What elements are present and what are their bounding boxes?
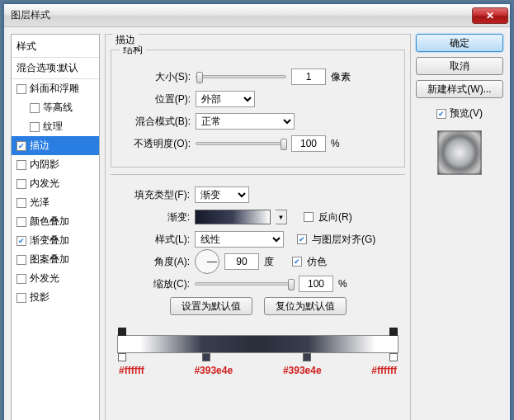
sidebar-blend-default[interactable]: 混合选项:默认 (12, 58, 99, 79)
sidebar-item-1[interactable]: 等高线 (12, 98, 99, 117)
sidebar-item-3[interactable]: ✔描边 (12, 136, 99, 155)
preview-label: 预览(V) (450, 106, 483, 120)
align-label: 与图层对齐(G) (312, 233, 375, 247)
sidebar-checkbox-6[interactable] (17, 198, 26, 208)
angle-dial[interactable] (195, 249, 219, 274)
styles-sidebar: 样式 混合选项:默认 斜面和浮雕等高线纹理✔描边内阴影内发光光泽颜色叠加✔渐变叠… (11, 34, 100, 420)
sidebar-label-11: 投影 (30, 290, 50, 304)
reset-default-button[interactable]: 复位为默认值 (264, 297, 347, 315)
filltype-select[interactable]: 渐变 (195, 186, 249, 203)
angle-label: 角度(A): (119, 255, 190, 269)
sidebar-checkbox-11[interactable] (17, 293, 26, 303)
stop-label-2: #393e4e (194, 365, 233, 376)
gradient-editor: #ffffff #393e4e #393e4e #ffffff (117, 335, 398, 376)
size-slider[interactable] (196, 75, 286, 78)
sidebar-item-9[interactable]: 图案叠加 (12, 250, 99, 269)
color-stop-4[interactable] (389, 353, 398, 361)
reverse-checkbox[interactable] (304, 212, 314, 222)
sidebar-checkbox-9[interactable] (17, 255, 26, 265)
ok-button[interactable]: 确定 (416, 34, 503, 52)
cancel-button[interactable]: 取消 (416, 57, 503, 75)
style-select[interactable]: 线性 (195, 231, 284, 248)
scale-unit: % (338, 278, 347, 290)
sidebar-label-4: 内阴影 (30, 158, 59, 172)
sidebar-label-8: 渐变叠加 (30, 234, 69, 248)
right-panel: 确定 取消 新建样式(W)... ✔ 预览(V) (416, 34, 503, 420)
sidebar-label-2: 纹理 (43, 120, 63, 134)
structure-group: 结构 大小(S): 像素 位置(P): 外部 混合模式(B): 正常 (111, 43, 405, 168)
new-style-button[interactable]: 新建样式(W)... (416, 80, 503, 98)
make-default-button[interactable]: 设置为默认值 (170, 297, 252, 315)
sidebar-checkbox-7[interactable] (17, 217, 26, 227)
opacity-slider[interactable] (196, 142, 286, 145)
sidebar-header[interactable]: 样式 (12, 36, 99, 58)
sidebar-label-1: 等高线 (43, 101, 73, 115)
opacity-input[interactable] (291, 135, 326, 152)
opacity-stop-right[interactable] (389, 328, 398, 336)
stop-label-4: #ffffff (371, 365, 397, 376)
opacity-unit: % (331, 138, 340, 149)
filltype-label: 填充类型(F): (119, 188, 190, 202)
sidebar-item-4[interactable]: 内阴影 (12, 155, 99, 174)
blendmode-label: 混合模式(B): (120, 115, 191, 129)
dither-checkbox[interactable]: ✔ (292, 257, 302, 267)
scale-label: 缩放(C): (119, 277, 190, 291)
color-stop-2[interactable] (202, 353, 210, 361)
stop-label-3: #393e4e (283, 365, 322, 376)
position-select[interactable]: 外部 (196, 91, 255, 107)
position-label: 位置(P): (120, 92, 191, 106)
sidebar-checkbox-4[interactable] (17, 160, 26, 170)
sidebar-checkbox-5[interactable] (17, 179, 26, 189)
style-label: 样式(L): (119, 233, 190, 247)
reverse-label: 反向(R) (318, 210, 352, 224)
angle-input[interactable] (224, 253, 259, 270)
sidebar-item-11[interactable]: 投影 (12, 288, 99, 307)
blendmode-select[interactable]: 正常 (196, 113, 295, 130)
sidebar-label-7: 颜色叠加 (30, 215, 69, 229)
sidebar-checkbox-1[interactable] (30, 103, 40, 113)
color-stop-3[interactable] (303, 353, 311, 361)
main-panel: 描边 结构 大小(S): 像素 位置(P): 外部 混合模式(B): (105, 34, 411, 420)
size-label: 大小(S): (120, 70, 191, 84)
sidebar-label-5: 内发光 (30, 177, 59, 191)
scale-input[interactable] (299, 276, 333, 292)
fill-group: 填充类型(F): 渐变 渐变: ▼ 反向(R) 样式(L): 线性 (111, 174, 405, 325)
gradient-bar[interactable] (117, 335, 398, 353)
sidebar-label-0: 斜面和浮雕 (30, 82, 79, 96)
panel-title: 描边 (112, 33, 139, 47)
preview-checkbox[interactable]: ✔ (436, 109, 446, 119)
sidebar-checkbox-2[interactable] (30, 122, 40, 132)
preview-swatch (437, 130, 482, 175)
layer-style-dialog: 图层样式 ✕ 样式 混合选项:默认 斜面和浮雕等高线纹理✔描边内阴影内发光光泽颜… (3, 3, 511, 420)
titlebar: 图层样式 ✕ (4, 4, 510, 27)
opacity-label: 不透明度(O): (120, 137, 191, 151)
sidebar-label-10: 外发光 (30, 271, 59, 286)
color-stop-1[interactable] (118, 353, 126, 361)
dither-label: 仿色 (307, 255, 327, 269)
align-checkbox[interactable]: ✔ (297, 234, 307, 244)
angle-unit: 度 (264, 255, 274, 269)
sidebar-item-5[interactable]: 内发光 (12, 174, 99, 193)
sidebar-checkbox-8[interactable]: ✔ (17, 236, 26, 246)
sidebar-label-9: 图案叠加 (30, 252, 69, 267)
window-title: 图层样式 (11, 8, 472, 22)
sidebar-label-3: 描边 (30, 139, 50, 153)
sidebar-item-8[interactable]: ✔渐变叠加 (12, 231, 99, 250)
sidebar-item-2[interactable]: 纹理 (12, 117, 99, 136)
sidebar-item-10[interactable]: 外发光 (12, 269, 99, 288)
size-unit: 像素 (331, 70, 351, 84)
gradient-preview[interactable] (195, 210, 271, 224)
sidebar-checkbox-0[interactable] (17, 84, 26, 94)
opacity-stop-left[interactable] (118, 328, 126, 336)
size-input[interactable] (291, 68, 326, 85)
sidebar-item-7[interactable]: 颜色叠加 (12, 212, 99, 231)
sidebar-checkbox-10[interactable] (17, 274, 26, 284)
sidebar-item-6[interactable]: 光泽 (12, 193, 99, 212)
sidebar-checkbox-3[interactable]: ✔ (17, 141, 26, 151)
sidebar-label-6: 光泽 (30, 196, 50, 210)
close-button[interactable]: ✕ (472, 7, 508, 24)
sidebar-item-0[interactable]: 斜面和浮雕 (12, 79, 99, 98)
gradient-label: 渐变: (119, 210, 190, 224)
scale-slider[interactable] (195, 282, 294, 286)
gradient-dropdown[interactable]: ▼ (276, 210, 287, 224)
